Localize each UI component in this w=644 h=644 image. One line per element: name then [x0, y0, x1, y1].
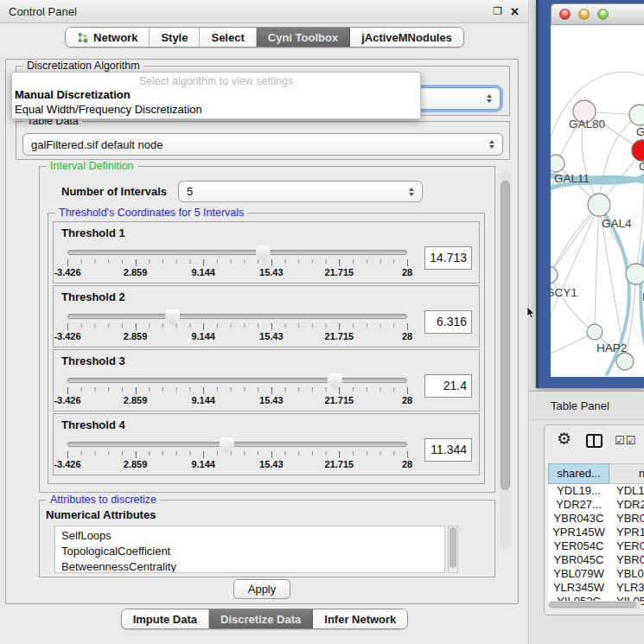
network-node-hap2[interactable]: [587, 324, 603, 340]
network-node-g[interactable]: [629, 105, 644, 125]
algorithm-option-equal-width-frequency-discretization[interactable]: Equal Width/Frequency Discretization: [12, 102, 420, 117]
slider-track: [67, 314, 407, 319]
vertical-scrollbar[interactable]: [500, 170, 511, 549]
discretization-algorithm-label: Discretization Algorithm: [23, 60, 143, 72]
table-row[interactable]: YBR043CYBR04: [548, 512, 644, 526]
attributes-label: Attributes to discretize: [47, 494, 160, 506]
threshold-row: Threshold 4-3.4262.8599.14415.4321.71528…: [53, 413, 480, 475]
minimize-traffic-light[interactable]: [578, 9, 590, 20]
threshold-3-value[interactable]: 21.4: [424, 374, 472, 398]
gear-icon[interactable]: ⚙: [557, 430, 571, 449]
table-row[interactable]: YPR145WYPR14: [548, 526, 644, 539]
major-tick: 2.859: [136, 451, 137, 458]
network-node-h[interactable]: [626, 264, 644, 284]
table-row[interactable]: YDR27...YDR27: [548, 498, 644, 512]
network-node-gcy1[interactable]: [551, 266, 558, 284]
table-row[interactable]: YER054CYER05: [548, 539, 644, 553]
cell-shared-name: YBL079W: [548, 567, 609, 581]
tab-label: Infer Network: [324, 613, 396, 626]
table-row[interactable]: YBR045CYBR04: [548, 553, 644, 567]
table-panel-window: ⚙ ☑☑ shared... name YDL19...YDL19YDR27..…: [544, 424, 644, 615]
network-node-gal4[interactable]: [588, 194, 610, 216]
select-columns-icons[interactable]: ☑☑: [615, 434, 636, 447]
threshold-slider-row: -3.4262.8599.14415.4321.7152814.713: [61, 242, 472, 283]
attribute-item-betweennesscentrality[interactable]: BetweennessCentrality: [61, 559, 444, 573]
tab-infer-network[interactable]: Infer Network: [313, 609, 407, 628]
major-tick: 15.43: [271, 451, 272, 458]
column-header-shared-name[interactable]: shared...: [548, 463, 609, 484]
major-tick: 21.715: [339, 387, 340, 394]
horizontal-scrollbar[interactable]: [548, 601, 641, 609]
number-of-intervals-combobox[interactable]: 5: [178, 181, 423, 202]
cell-shared-name: YBR043C: [548, 512, 609, 526]
apply-button[interactable]: Apply: [233, 579, 290, 599]
column-header-name[interactable]: name: [609, 463, 644, 484]
threshold-coordinates-label: Threshold's Coordinates for 5 Intervals: [55, 207, 247, 219]
network-edge: [599, 115, 640, 205]
network-window-titlebar[interactable]: [551, 3, 644, 25]
numerical-attributes-list[interactable]: SelfLoopsTopologicalCoefficientBetweenne…: [54, 526, 445, 573]
table-row[interactable]: YBL079WYBL07: [548, 567, 644, 581]
major-tick: -3.426: [67, 323, 68, 330]
threshold-label: Threshold 2: [61, 290, 472, 303]
network-node-c[interactable]: [632, 140, 644, 161]
tick-label: 2.859: [124, 267, 148, 277]
network-edge: [551, 205, 599, 275]
node-label: C: [639, 160, 644, 173]
table-row[interactable]: YDL19...YDL19: [548, 484, 644, 498]
tab-discretize-data[interactable]: Discretize Data: [209, 609, 313, 628]
columns-icon[interactable]: [586, 434, 603, 448]
attributes-scrollbar[interactable]: [448, 526, 458, 573]
tab-impute-data[interactable]: Impute Data: [122, 609, 209, 628]
scrollbar-thumb[interactable]: [450, 527, 456, 568]
major-tick: 2.859: [136, 387, 137, 394]
network-edge: [551, 275, 595, 332]
tab-style[interactable]: Style: [150, 28, 200, 47]
tick-label: 2.859: [124, 331, 148, 341]
tab-jactivemnodules[interactable]: jActiveMNodules: [350, 28, 463, 47]
network-icon: [77, 32, 88, 43]
attribute-item-selfloops[interactable]: SelfLoops: [61, 528, 444, 544]
threshold-4-slider[interactable]: -3.4262.8599.14415.4321.71528: [61, 437, 414, 475]
tick-label: 28: [402, 459, 412, 469]
network-canvas[interactable]: GAL80GCGAL11GAL4GCY1HHAP2: [551, 25, 644, 377]
threshold-row: Threshold 1-3.4262.8599.14415.4321.71528…: [53, 221, 480, 284]
slider-track: [67, 378, 407, 383]
float-window-icon[interactable]: ❐: [493, 5, 502, 17]
cell-name: YDL19: [609, 484, 644, 498]
threshold-2-value[interactable]: 6.316: [424, 310, 472, 334]
zoom-traffic-light[interactable]: [597, 9, 609, 20]
network-node-gal11[interactable]: [551, 155, 564, 172]
tab-label: Select: [211, 31, 244, 44]
close-traffic-light[interactable]: [559, 9, 571, 20]
tab-cyni-toolbox[interactable]: Cyni Toolbox: [257, 28, 350, 47]
tab-network[interactable]: Network: [66, 28, 150, 47]
tab-select[interactable]: Select: [200, 28, 256, 47]
cell-shared-name: YDL19...: [548, 484, 609, 498]
scrollbar-thumb[interactable]: [501, 181, 510, 490]
tick-label: 21.715: [325, 395, 354, 405]
algorithm-option-manual-discretization[interactable]: Manual Discretization: [12, 87, 420, 102]
threshold-4-value[interactable]: 11.344: [424, 438, 472, 462]
attribute-item-topologicalcoefficient[interactable]: TopologicalCoefficient: [61, 544, 444, 559]
threshold-2-slider[interactable]: -3.4262.8599.14415.4321.71528: [61, 309, 414, 347]
tab-label: Discretize Data: [220, 613, 301, 626]
tab-label: jActiveMNodules: [361, 31, 452, 44]
screen: { "window": { "title": "Control Panel" }…: [0, 0, 644, 644]
network-node[interactable]: [616, 353, 634, 370]
threshold-1-slider[interactable]: -3.4262.8599.14415.4321.71528: [61, 245, 414, 283]
node-label: GAL80: [569, 118, 605, 131]
threshold-1-value[interactable]: 14.713: [424, 246, 472, 270]
threshold-3-slider[interactable]: -3.4262.8599.14415.4321.71528: [61, 373, 414, 411]
table-data-combobox[interactable]: galFiltered.sif default node: [22, 133, 503, 156]
tick-label: 9.144: [191, 459, 215, 469]
scrollbar-thumb[interactable]: [549, 602, 636, 608]
tick-label: -3.426: [54, 395, 80, 405]
attributes-group: Attributes to discretize Numerical Attri…: [39, 500, 495, 577]
table-row[interactable]: YLR345WYLR34: [548, 581, 644, 595]
checkbox-icon[interactable]: ☑: [626, 434, 637, 447]
major-tick: 15.43: [271, 323, 272, 330]
checkbox-icon[interactable]: ☑: [615, 434, 626, 447]
close-icon[interactable]: ✕: [510, 5, 520, 18]
major-tick: 21.715: [339, 323, 340, 330]
